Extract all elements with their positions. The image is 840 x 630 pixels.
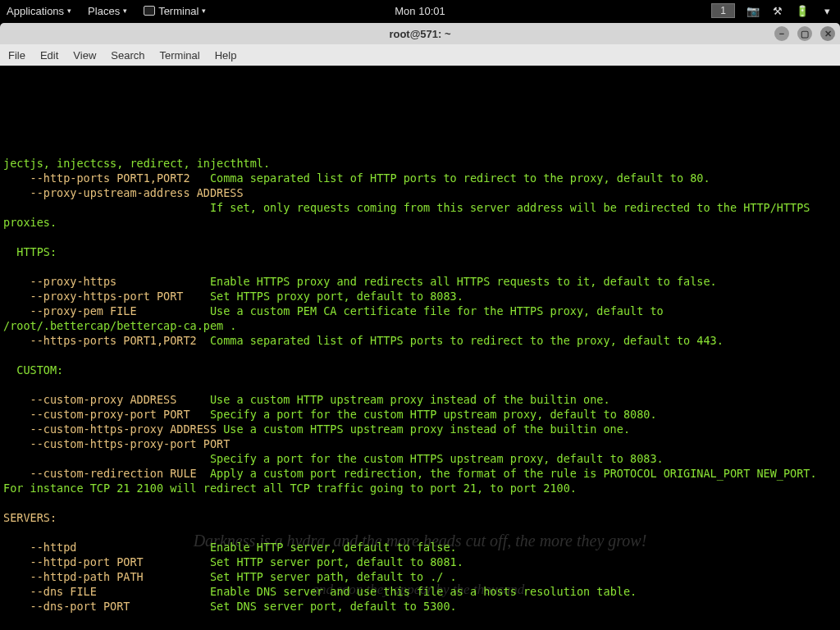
terminal-menubar: File Edit View Search Terminal Help <box>0 44 840 66</box>
applications-menu[interactable]: Applications▾ <box>7 5 71 17</box>
close-button[interactable]: ✕ <box>820 26 835 41</box>
gnome-top-bar: Applications▾ Places▾ Terminal▾ Mon 10:0… <box>0 0 840 21</box>
minimize-button[interactable]: − <box>774 26 789 41</box>
battery-icon[interactable]: 🔋 <box>796 4 809 17</box>
clock[interactable]: Mon 10:01 <box>395 5 445 17</box>
menu-file[interactable]: File <box>8 49 25 62</box>
maximize-button[interactable]: ▢ <box>797 26 812 41</box>
menu-terminal[interactable]: Terminal <box>160 49 200 62</box>
terminal-output: jectjs, injectcss, redirect, injecthtml.… <box>3 156 837 630</box>
window-titlebar[interactable]: root@571: ~ − ▢ ✕ <box>0 23 840 44</box>
terminal-window: root@571: ~ − ▢ ✕ File Edit View Search … <box>0 23 840 630</box>
terminal-icon <box>144 6 155 16</box>
terminal-app-menu[interactable]: Terminal▾ <box>144 5 206 17</box>
terminal-viewport[interactable]: Darkness is a hydra, and the more heads … <box>0 66 840 630</box>
menu-edit[interactable]: Edit <box>40 49 58 62</box>
chevron-down-icon: ▾ <box>123 7 127 15</box>
chevron-down-icon: ▾ <box>67 7 71 15</box>
menu-help[interactable]: Help <box>215 49 237 62</box>
menu-search[interactable]: Search <box>111 49 144 62</box>
tool-icon[interactable]: ⚒ <box>771 4 784 17</box>
camera-icon[interactable]: 📷 <box>746 4 760 17</box>
workspace-indicator[interactable]: 1 <box>711 3 735 18</box>
chevron-down-icon: ▾ <box>202 7 206 15</box>
menu-view[interactable]: View <box>73 49 96 62</box>
window-title: root@571: ~ <box>389 28 450 40</box>
chevron-down-icon[interactable]: ▾ <box>820 4 833 17</box>
places-menu[interactable]: Places▾ <box>88 5 127 17</box>
